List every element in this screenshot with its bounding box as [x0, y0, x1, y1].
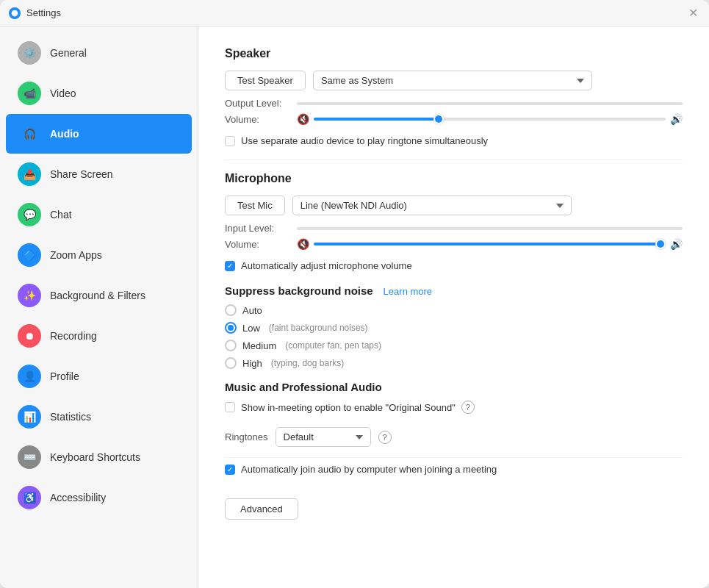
- test-mic-button[interactable]: Test Mic: [225, 196, 285, 215]
- accessibility-icon: ♿: [18, 486, 41, 509]
- noise-option-auto: Auto: [225, 304, 683, 316]
- main-content: Speaker Test Speaker Same as System Buil…: [198, 26, 709, 588]
- sidebar: ⚙️General📹Video🎧Audio📤Share Screen💬Chat🔷…: [0, 26, 198, 588]
- output-level-bar: [297, 102, 683, 105]
- mic-volume-slider[interactable]: [314, 243, 666, 245]
- sidebar-item-chat[interactable]: 💬Chat: [6, 195, 192, 234]
- learn-more-link[interactable]: Learn more: [384, 286, 432, 297]
- app-icon: [9, 7, 21, 19]
- sidebar-label-recording: Recording: [50, 330, 97, 342]
- sidebar-label-share-screen: Share Screen: [50, 168, 113, 180]
- music-section: Music and Professional Audio Show in-mee…: [225, 381, 683, 414]
- speaker-device-select[interactable]: Same as System Built-in Output External …: [313, 71, 592, 90]
- original-sound-label: Show in-meeting option to enable "Origin…: [241, 402, 456, 413]
- sidebar-label-keyboard: Keyboard Shortcuts: [50, 451, 140, 463]
- original-sound-help-icon[interactable]: ?: [461, 401, 475, 414]
- speaker-slider-container: 🔇 🔊: [297, 113, 683, 125]
- mic-mute-icon: 🔇: [297, 238, 309, 250]
- sidebar-item-background[interactable]: ✨Background & Filters: [6, 276, 192, 315]
- close-button[interactable]: ✕: [685, 6, 700, 21]
- sidebar-item-video[interactable]: 📹Video: [6, 74, 192, 113]
- mic-slider-container: 🔇 🔊: [297, 238, 683, 250]
- noise-radio-medium[interactable]: [225, 340, 237, 351]
- sidebar-label-general: General: [50, 47, 87, 59]
- speaker-output-level-row: Output Level:: [225, 98, 683, 109]
- noise-radio-high[interactable]: [225, 357, 237, 369]
- sidebar-item-recording[interactable]: ⏺Recording: [6, 316, 192, 356]
- chat-icon: 💬: [18, 203, 41, 226]
- ringtones-select[interactable]: Default None Classic Phone: [276, 427, 371, 447]
- microphone-title: Microphone: [225, 172, 683, 185]
- auto-join-row: ✓ Automatically join audio by computer w…: [225, 457, 683, 481]
- speaker-mute-icon: 🔇: [297, 113, 309, 125]
- sidebar-label-audio: Audio: [50, 128, 79, 140]
- separate-audio-checkbox[interactable]: [225, 136, 235, 146]
- input-level-label: Input Level:: [225, 223, 291, 234]
- zoom-apps-icon: 🔷: [18, 243, 41, 267]
- auto-join-checkbox[interactable]: ✓: [225, 465, 235, 475]
- general-icon: ⚙️: [18, 41, 41, 65]
- mic-device-row: Test Mic Line (NewTek NDI Audio) Built-i…: [225, 196, 683, 215]
- music-title: Music and Professional Audio: [225, 381, 683, 393]
- svg-point-0: [12, 10, 18, 16]
- sidebar-item-keyboard[interactable]: ⌨️Keyboard Shortcuts: [6, 437, 192, 477]
- profile-icon: 👤: [18, 365, 41, 388]
- sidebar-label-chat: Chat: [50, 209, 72, 220]
- settings-window: Settings ✕ ⚙️General📹Video🎧Audio📤Share S…: [0, 0, 709, 588]
- titlebar: Settings ✕: [0, 0, 709, 26]
- speaker-divider: [225, 159, 683, 160]
- noise-radio-low[interactable]: [225, 322, 237, 334]
- sidebar-item-share-screen[interactable]: 📤Share Screen: [6, 154, 192, 194]
- share-screen-icon: 📤: [18, 162, 41, 186]
- recording-icon: ⏺: [18, 324, 41, 348]
- sidebar-item-general[interactable]: ⚙️General: [6, 33, 192, 73]
- mic-device-select[interactable]: Line (NewTek NDI Audio) Built-in Microph…: [292, 196, 572, 215]
- auto-adjust-row: ✓ Automatically adjust microphone volume: [225, 260, 683, 271]
- sidebar-label-video: Video: [50, 87, 76, 99]
- auto-adjust-label: Automatically adjust microphone volume: [241, 260, 412, 271]
- speaker-volume-label: Volume:: [225, 114, 291, 125]
- auto-join-label: Automatically join audio by computer whe…: [241, 464, 497, 475]
- noise-option-medium: Medium (computer fan, pen taps): [225, 340, 683, 351]
- speaker-loud-icon: 🔊: [670, 113, 683, 125]
- mic-volume-row: Volume: 🔇 🔊: [225, 238, 683, 250]
- separate-audio-row: Use separate audio device to play ringto…: [225, 135, 683, 146]
- test-speaker-button[interactable]: Test Speaker: [225, 71, 306, 90]
- statistics-icon: 📊: [18, 405, 41, 429]
- auto-adjust-checkbox[interactable]: ✓: [225, 261, 235, 271]
- mic-input-level-row: Input Level:: [225, 223, 683, 234]
- output-level-label: Output Level:: [225, 98, 291, 109]
- titlebar-left: Settings: [9, 7, 61, 19]
- sidebar-item-statistics[interactable]: 📊Statistics: [6, 397, 192, 437]
- original-sound-row: Show in-meeting option to enable "Origin…: [225, 401, 683, 414]
- ringtone-row: Ringtones Default None Classic Phone ?: [225, 427, 683, 447]
- sidebar-item-zoom-apps[interactable]: 🔷Zoom Apps: [6, 235, 192, 275]
- window-title: Settings: [26, 7, 61, 18]
- suppress-noise-section: Suppress background noise Learn more Aut…: [225, 284, 683, 369]
- speaker-device-row: Test Speaker Same as System Built-in Out…: [225, 71, 683, 90]
- video-icon: 📹: [18, 82, 41, 105]
- sidebar-item-audio[interactable]: 🎧Audio: [6, 114, 192, 154]
- speaker-volume-slider[interactable]: [314, 118, 666, 121]
- suppress-noise-title: Suppress background noise: [225, 284, 373, 297]
- background-icon: ✨: [18, 284, 41, 307]
- ringtones-label: Ringtones: [225, 431, 268, 442]
- sidebar-item-accessibility[interactable]: ♿Accessibility: [6, 478, 192, 517]
- mic-loud-icon: 🔊: [670, 238, 683, 250]
- sidebar-label-zoom-apps: Zoom Apps: [50, 249, 102, 261]
- ringtones-help-icon[interactable]: ?: [378, 431, 392, 444]
- noise-radio-group: Auto Low (faint background noises) Mediu…: [225, 304, 683, 369]
- sidebar-label-accessibility: Accessibility: [50, 492, 106, 503]
- audio-icon: 🎧: [18, 122, 41, 146]
- sidebar-label-background: Background & Filters: [50, 290, 145, 301]
- original-sound-checkbox[interactable]: [225, 402, 235, 412]
- mic-volume-label: Volume:: [225, 239, 291, 250]
- separate-audio-label: Use separate audio device to play ringto…: [241, 135, 488, 146]
- speaker-title: Speaker: [225, 47, 683, 60]
- content-area: ⚙️General📹Video🎧Audio📤Share Screen💬Chat🔷…: [0, 26, 709, 588]
- keyboard-icon: ⌨️: [18, 445, 41, 469]
- speaker-volume-row: Volume: 🔇 🔊: [225, 113, 683, 125]
- noise-radio-auto[interactable]: [225, 304, 237, 316]
- sidebar-item-profile[interactable]: 👤Profile: [6, 356, 192, 396]
- advanced-button[interactable]: Advanced: [225, 498, 298, 520]
